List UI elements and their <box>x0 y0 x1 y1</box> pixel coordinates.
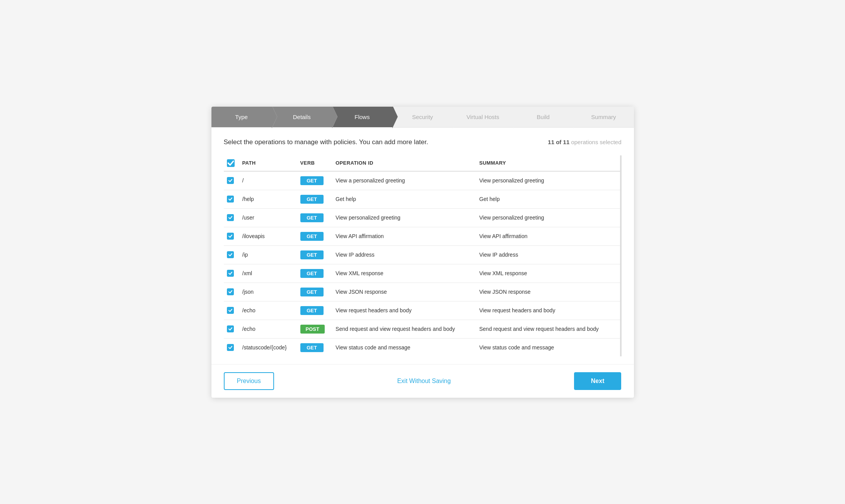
row-6-operation-id: View JSON response <box>332 283 476 301</box>
wizard-step-security-label: Security <box>412 114 433 120</box>
row-1-path: /help <box>239 190 297 208</box>
row-4-checkbox[interactable] <box>227 251 234 258</box>
row-3-path: /iloveapis <box>239 227 297 245</box>
row-9-path: /statuscode/{code} <box>239 338 297 356</box>
row-3-verb: GET <box>297 227 332 245</box>
row-7-operation-id: View request headers and body <box>332 301 476 320</box>
row-0-checkbox-cell <box>224 171 239 190</box>
row-9-checkbox-cell <box>224 338 239 356</box>
table-row: /statuscode/{code}GETView status code an… <box>224 338 620 356</box>
ops-count-value: 11 of 11 <box>548 139 569 145</box>
row-5-operation-id: View XML response <box>332 264 476 283</box>
row-7-verb-badge: GET <box>300 306 324 315</box>
row-3-operation-id: View API affirmation <box>332 227 476 245</box>
table-row: /helpGETGet helpGet help <box>224 190 620 208</box>
row-8-checkbox[interactable] <box>227 325 234 332</box>
table-row: /echoPOSTSend request and view request h… <box>224 320 620 338</box>
row-1-checkbox-cell <box>224 190 239 208</box>
row-5-path: /xml <box>239 264 297 283</box>
row-6-path: /json <box>239 283 297 301</box>
table-body: /GETView a personalized greetingView per… <box>224 171 620 356</box>
wizard-step-type-label: Type <box>235 114 248 120</box>
select-all-checkbox[interactable] <box>227 159 235 167</box>
content-header: Select the operations to manage with pol… <box>224 138 622 146</box>
row-8-operation-id: Send request and view request headers an… <box>332 320 476 338</box>
row-9-verb: GET <box>297 338 332 356</box>
wizard-step-type[interactable]: Type <box>211 107 272 127</box>
row-4-summary: View IP address <box>476 245 620 264</box>
row-0-checkbox[interactable] <box>227 177 234 184</box>
row-5-checkbox[interactable] <box>227 270 234 277</box>
row-9-operation-id: View status code and message <box>332 338 476 356</box>
row-8-checkbox-cell <box>224 320 239 338</box>
row-1-verb: GET <box>297 190 332 208</box>
table-row: /GETView a personalized greetingView per… <box>224 171 620 190</box>
table-header: PATH VERB OPERATION ID SUMMARY <box>224 155 620 171</box>
operations-table: PATH VERB OPERATION ID SUMMARY /GETView … <box>224 155 620 356</box>
wizard-step-virtual-hosts[interactable]: Virtual Hosts <box>453 107 513 127</box>
wizard-steps: Type Details Flows Security Virtual Host… <box>211 107 634 128</box>
table-row: /userGETView personalized greetingView p… <box>224 208 620 227</box>
row-6-checkbox-cell <box>224 283 239 301</box>
row-0-verb-badge: GET <box>300 176 324 185</box>
row-1-verb-badge: GET <box>300 195 324 204</box>
row-9-checkbox[interactable] <box>227 344 234 351</box>
previous-button[interactable]: Previous <box>224 372 274 390</box>
row-1-summary: Get help <box>476 190 620 208</box>
row-4-verb: GET <box>297 245 332 264</box>
table-row: /iloveapisGETView API affirmationView AP… <box>224 227 620 245</box>
row-4-operation-id: View IP address <box>332 245 476 264</box>
row-7-checkbox-cell <box>224 301 239 320</box>
row-0-operation-id: View a personalized greeting <box>332 171 476 190</box>
row-2-operation-id: View personalized greeting <box>332 208 476 227</box>
wizard-modal: Type Details Flows Security Virtual Host… <box>211 107 634 398</box>
wizard-step-security[interactable]: Security <box>392 107 453 127</box>
row-5-summary: View XML response <box>476 264 620 283</box>
row-3-verb-badge: GET <box>300 232 324 241</box>
wizard-step-flows[interactable]: Flows <box>332 107 392 127</box>
table-row: /jsonGETView JSON responseView JSON resp… <box>224 283 620 301</box>
row-5-verb: GET <box>297 264 332 283</box>
main-content: Select the operations to manage with pol… <box>211 128 634 364</box>
row-6-checkbox[interactable] <box>227 288 234 295</box>
row-0-verb: GET <box>297 171 332 190</box>
row-7-summary: View request headers and body <box>476 301 620 320</box>
row-1-checkbox[interactable] <box>227 196 234 203</box>
wizard-step-details-label: Details <box>293 114 311 120</box>
wizard-step-virtual-hosts-label: Virtual Hosts <box>467 114 499 120</box>
wizard-step-summary-label: Summary <box>591 114 616 120</box>
wizard-step-details[interactable]: Details <box>272 107 332 127</box>
row-8-verb-badge: POST <box>300 325 325 334</box>
wizard-step-build-label: Build <box>537 114 550 120</box>
header-operation-id: OPERATION ID <box>332 155 476 171</box>
content-description: Select the operations to manage with pol… <box>224 138 428 146</box>
header-summary: SUMMARY <box>476 155 620 171</box>
wizard-step-summary[interactable]: Summary <box>573 107 634 127</box>
row-3-checkbox-cell <box>224 227 239 245</box>
row-2-path: /user <box>239 208 297 227</box>
row-3-checkbox[interactable] <box>227 233 234 240</box>
wizard-step-build[interactable]: Build <box>513 107 573 127</box>
row-7-verb: GET <box>297 301 332 320</box>
row-2-summary: View personalized greeting <box>476 208 620 227</box>
table-row: /ipGETView IP addressView IP address <box>224 245 620 264</box>
header-checkbox-col <box>224 155 239 171</box>
table-row: /echoGETView request headers and bodyVie… <box>224 301 620 320</box>
exit-without-saving-button[interactable]: Exit Without Saving <box>397 378 451 385</box>
row-9-verb-badge: GET <box>300 343 324 352</box>
row-7-checkbox[interactable] <box>227 307 234 314</box>
row-3-summary: View API affirmation <box>476 227 620 245</box>
ops-count: 11 of 11 operations selected <box>548 139 621 145</box>
operations-table-wrapper: PATH VERB OPERATION ID SUMMARY /GETView … <box>224 155 622 356</box>
next-button[interactable]: Next <box>574 372 622 390</box>
row-2-checkbox[interactable] <box>227 214 234 221</box>
row-6-verb-badge: GET <box>300 288 324 296</box>
row-1-operation-id: Get help <box>332 190 476 208</box>
row-2-checkbox-cell <box>224 208 239 227</box>
wizard-footer: Previous Exit Without Saving Next <box>211 364 634 398</box>
row-9-summary: View status code and message <box>476 338 620 356</box>
row-4-path: /ip <box>239 245 297 264</box>
table-row: /xmlGETView XML responseView XML respons… <box>224 264 620 283</box>
row-0-path: / <box>239 171 297 190</box>
row-4-checkbox-cell <box>224 245 239 264</box>
